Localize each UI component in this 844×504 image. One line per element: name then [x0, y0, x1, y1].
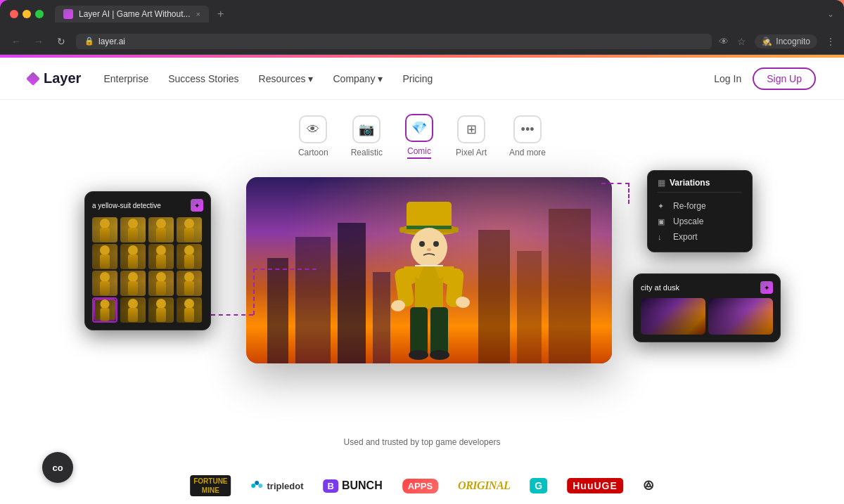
svg-point-51 — [409, 350, 428, 360]
variation-export[interactable]: ↓ Export — [658, 229, 742, 245]
nav-enterprise[interactable]: Enterprise — [103, 73, 148, 84]
detective-thumb-3[interactable] — [148, 217, 174, 243]
new-tab-button[interactable]: + — [217, 8, 224, 20]
menu-button[interactable]: ⋮ — [826, 36, 836, 47]
mustache-icon: ꔮ — [643, 478, 654, 494]
variations-header: ▦ Variations — [658, 178, 742, 193]
realistic-label: Realistic — [351, 148, 383, 157]
tab-cartoon[interactable]: 👁 Cartoon — [298, 115, 328, 157]
signup-button[interactable]: Sign Up — [753, 67, 816, 90]
svg-point-8 — [100, 245, 110, 255]
tab-pixel-art[interactable]: ⊞ Pixel Art — [456, 115, 487, 157]
logo-apps: APPS — [402, 479, 438, 493]
tab-close-button[interactable]: × — [196, 10, 200, 18]
detective-thumb-5[interactable] — [92, 244, 117, 269]
detective-thumb-14[interactable] — [120, 297, 146, 323]
active-tab[interactable]: Layer AI | Game Art Without... × — [55, 6, 209, 22]
and-more-label: And more — [509, 148, 546, 157]
svg-rect-7 — [184, 228, 194, 242]
resources-chevron-icon: ▾ — [308, 73, 313, 84]
main-nav: Layer Enterprise Success Stories Resourc… — [0, 58, 844, 100]
connector-line-left-h2 — [253, 269, 316, 270]
variations-panel: ▦ Variations ✦ Re-forge ▣ Upscale ↓ Expo… — [647, 170, 753, 252]
detective-thumb-10[interactable] — [120, 271, 146, 296]
login-button[interactable]: Log In — [714, 73, 741, 84]
detective-thumb-11[interactable] — [148, 271, 174, 296]
tab-and-more[interactable]: ••• And more — [509, 115, 546, 157]
nav-logo[interactable]: Layer — [28, 70, 81, 86]
detective-thumb-4[interactable] — [177, 217, 202, 243]
variation-reforge[interactable]: ✦ Re-forge — [658, 198, 742, 214]
svg-rect-23 — [184, 281, 194, 295]
comic-icon: 💎 — [405, 114, 433, 142]
svg-point-28 — [156, 299, 166, 309]
address-bar[interactable]: 🔒 layer.ai — [76, 34, 712, 49]
forward-button[interactable]: → — [31, 36, 46, 47]
svg-rect-19 — [128, 281, 138, 295]
detective-thumb-16[interactable] — [177, 297, 202, 323]
back-button[interactable]: ← — [8, 36, 24, 47]
logos-bar: FORTUNEMINE tripledot B BUNCH APPS ORIGI… — [190, 475, 654, 496]
svg-point-39 — [427, 248, 431, 251]
nav-success-stories[interactable]: Success Stories — [168, 73, 238, 84]
detective-thumb-7[interactable] — [148, 244, 174, 269]
svg-rect-15 — [184, 254, 194, 269]
svg-rect-3 — [128, 228, 138, 242]
svg-point-38 — [433, 241, 439, 247]
close-button[interactable] — [10, 10, 18, 18]
detective-thumb-1[interactable] — [92, 217, 117, 243]
tabs-chevron[interactable]: ⌄ — [827, 9, 834, 19]
incognito-button[interactable]: 🕵 Incognito — [755, 34, 817, 49]
city-card-icon: ✦ — [760, 281, 773, 294]
svg-rect-1 — [100, 228, 110, 242]
detective-thumb-13[interactable] — [92, 297, 117, 323]
bookmark-icon[interactable]: ☆ — [737, 36, 746, 47]
city-thumb-1[interactable] — [641, 298, 705, 335]
traffic-lights — [10, 10, 44, 18]
logo-fortune-mine: FORTUNEMINE — [190, 475, 231, 496]
reforge-label: Re-forge — [673, 201, 706, 211]
minimize-button[interactable] — [23, 10, 31, 18]
variation-upscale[interactable]: ▣ Upscale — [658, 214, 742, 229]
logo-mustache: ꔮ — [643, 478, 654, 494]
nav-resources[interactable]: Resources ▾ — [259, 73, 314, 84]
detective-thumb-9[interactable] — [92, 271, 117, 296]
svg-point-37 — [419, 241, 425, 247]
and-more-icon: ••• — [513, 115, 542, 143]
detective-card-icon: ✦ — [191, 199, 203, 212]
trust-bar: Used and trusted by top game developers — [344, 437, 501, 454]
tab-comic[interactable]: 💎 Comic — [405, 114, 433, 159]
svg-point-26 — [128, 299, 138, 309]
arrow-connector-h — [601, 183, 629, 184]
co-bubble[interactable]: co — [42, 452, 73, 483]
svg-rect-13 — [156, 254, 166, 269]
nav-links: Enterprise Success Stories Resources ▾ C… — [103, 73, 714, 84]
original-text: ORIGINAL — [458, 479, 510, 492]
svg-point-16 — [100, 272, 110, 282]
nav-pricing[interactable]: Pricing — [402, 73, 433, 84]
svg-rect-9 — [100, 254, 110, 269]
reforge-icon: ✦ — [658, 202, 667, 211]
svg-point-14 — [184, 245, 194, 255]
svg-point-2 — [128, 219, 138, 228]
svg-point-24 — [100, 299, 109, 309]
main-image-panel — [246, 177, 612, 363]
incognito-icon: 🕵 — [762, 37, 772, 46]
tab-realistic[interactable]: 📷 Realistic — [351, 115, 383, 157]
detective-thumb-12[interactable] — [177, 271, 202, 296]
detective-thumb-6[interactable] — [120, 244, 146, 269]
detective-thumb-2[interactable] — [120, 217, 146, 243]
detective-thumb-8[interactable] — [177, 244, 202, 269]
nav-company[interactable]: Company ▾ — [333, 73, 383, 84]
reload-button[interactable]: ↻ — [53, 36, 69, 47]
detective-person — [359, 188, 499, 363]
apps-badge: APPS — [402, 479, 438, 493]
city-thumb-2[interactable] — [708, 298, 773, 335]
svg-point-0 — [100, 219, 110, 228]
maximize-button[interactable] — [35, 10, 44, 18]
tripledot-text: tripledot — [267, 481, 304, 491]
detective-thumb-15[interactable] — [148, 297, 174, 323]
tab-title: Layer AI | Game Art Without... — [79, 9, 191, 19]
style-tabs: 👁 Cartoon 📷 Realistic 💎 Comic ⊞ Pixel Ar… — [298, 114, 546, 159]
logo-original: ORIGINAL — [458, 479, 510, 492]
